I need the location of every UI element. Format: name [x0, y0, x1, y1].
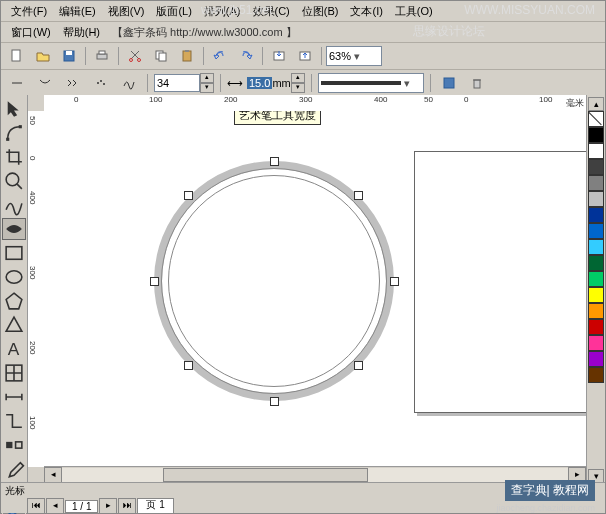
color-swatch[interactable] [588, 303, 604, 319]
rectangle-tool[interactable] [2, 242, 26, 264]
menu-layout[interactable]: 版面(L) [150, 2, 197, 21]
handle-w[interactable] [150, 277, 159, 286]
dimension-tool[interactable] [2, 386, 26, 408]
svg-rect-10 [185, 50, 189, 52]
scrollbar-horizontal[interactable]: ◂ ▸ [44, 466, 586, 483]
menu-file[interactable]: 文件(F) [5, 2, 53, 21]
brush-mode-3[interactable] [61, 72, 85, 94]
text-tool[interactable]: A [2, 338, 26, 360]
brush-mode-1[interactable] [5, 72, 29, 94]
color-swatch[interactable] [588, 207, 604, 223]
page-first[interactable]: ⏮ [27, 498, 45, 514]
shape-tool[interactable] [2, 122, 26, 144]
width-unit: mm [272, 77, 290, 89]
page-last[interactable]: ⏭ [118, 498, 136, 514]
color-swatch[interactable] [588, 159, 604, 175]
width-value[interactable]: 15.0 [247, 77, 272, 89]
scroll-right[interactable]: ▸ [568, 467, 586, 483]
zoom-tool[interactable] [2, 170, 26, 192]
ruler-vertical[interactable]: 50 0 400 300 200 100 [28, 111, 45, 467]
menu-bitmap[interactable]: 位图(B) [296, 2, 345, 21]
handle-nw[interactable] [184, 191, 193, 200]
color-swatch[interactable] [588, 191, 604, 207]
menu-effects[interactable]: 效果(C) [247, 2, 296, 21]
svg-rect-2 [66, 51, 72, 55]
toolbox: A [1, 95, 28, 483]
page-next[interactable]: ▸ [99, 498, 117, 514]
width-spinner[interactable]: 15.0 mm ▴▾ [247, 74, 305, 92]
palette-up[interactable]: ▴ [588, 97, 604, 111]
undo-button[interactable] [208, 45, 232, 67]
save-button[interactable] [57, 45, 81, 67]
ellipse-tool[interactable] [2, 266, 26, 288]
menu-view[interactable]: 视图(V) [102, 2, 151, 21]
preset-value[interactable] [154, 74, 200, 92]
selected-ring-object[interactable] [154, 161, 394, 401]
open-button[interactable] [31, 45, 55, 67]
color-swatch[interactable] [588, 351, 604, 367]
color-swatch[interactable] [588, 335, 604, 351]
interactive-tool[interactable] [2, 434, 26, 456]
menu-arrange[interactable]: 排列(A) [198, 2, 247, 21]
menu-extra-link[interactable]: 【鑫宇条码 http://www.lw3000.com 】 [106, 23, 303, 42]
color-swatch[interactable] [588, 143, 604, 159]
crop-tool[interactable] [2, 146, 26, 168]
color-swatch[interactable] [588, 271, 604, 287]
spin-up[interactable]: ▴ [200, 73, 214, 83]
basic-shapes-tool[interactable] [2, 314, 26, 336]
handle-se[interactable] [354, 361, 363, 370]
color-swatch[interactable] [588, 175, 604, 191]
eyedropper-tool[interactable] [2, 458, 26, 480]
color-swatch[interactable] [588, 255, 604, 271]
ruler-horizontal[interactable]: 毫米 0 100 200 300 400 50 0 100 [44, 95, 586, 112]
handle-s[interactable] [270, 397, 279, 406]
color-swatch[interactable] [588, 223, 604, 239]
spin-down[interactable]: ▾ [200, 83, 214, 93]
polygon-tool[interactable] [2, 290, 26, 312]
stroke-preset-combo[interactable]: ▾ [318, 73, 424, 93]
handle-n[interactable] [270, 157, 279, 166]
handle-sw[interactable] [184, 361, 193, 370]
connector-tool[interactable] [2, 410, 26, 432]
menu-text[interactable]: 文本(I) [344, 2, 388, 21]
color-swatch[interactable] [588, 319, 604, 335]
artistic-media-tool[interactable] [2, 218, 26, 240]
export-button[interactable] [293, 45, 317, 67]
color-swatch[interactable] [588, 239, 604, 255]
pick-tool[interactable] [2, 98, 26, 120]
print-button[interactable] [90, 45, 114, 67]
zoom-combo[interactable]: 63% ▾ [326, 46, 382, 66]
brush-mode-4[interactable] [89, 72, 113, 94]
page-prev[interactable]: ◂ [46, 498, 64, 514]
brush-mode-2[interactable] [33, 72, 57, 94]
svg-point-22 [6, 271, 22, 284]
canvas-viewport[interactable]: 艺术笔工具宽度 [44, 111, 586, 467]
palette-down[interactable]: ▾ [588, 469, 604, 483]
delete-preset-button[interactable] [465, 72, 489, 94]
color-swatch[interactable] [588, 127, 604, 143]
handle-e[interactable] [390, 277, 399, 286]
menu-help[interactable]: 帮助(H) [57, 23, 106, 42]
spin-down[interactable]: ▾ [291, 83, 305, 93]
no-fill-swatch[interactable] [588, 111, 604, 127]
spin-up[interactable]: ▴ [291, 73, 305, 83]
color-swatch[interactable] [588, 287, 604, 303]
redo-button[interactable] [234, 45, 258, 67]
brush-mode-5[interactable] [117, 72, 141, 94]
import-button[interactable] [267, 45, 291, 67]
scroll-left[interactable]: ◂ [44, 467, 62, 483]
copy-button[interactable] [149, 45, 173, 67]
menu-window[interactable]: 窗口(W) [5, 23, 57, 42]
menu-edit[interactable]: 编辑(E) [53, 2, 102, 21]
save-preset-button[interactable] [437, 72, 461, 94]
new-button[interactable] [5, 45, 29, 67]
page-tab-1[interactable]: 页 1 [137, 498, 173, 514]
cut-button[interactable] [123, 45, 147, 67]
menu-tools[interactable]: 工具(O) [389, 2, 439, 21]
handle-ne[interactable] [354, 191, 363, 200]
color-swatch[interactable] [588, 367, 604, 383]
preset-spinner[interactable]: ▴▾ [154, 74, 214, 92]
table-tool[interactable] [2, 362, 26, 384]
paste-button[interactable] [175, 45, 199, 67]
freehand-tool[interactable] [2, 194, 26, 216]
